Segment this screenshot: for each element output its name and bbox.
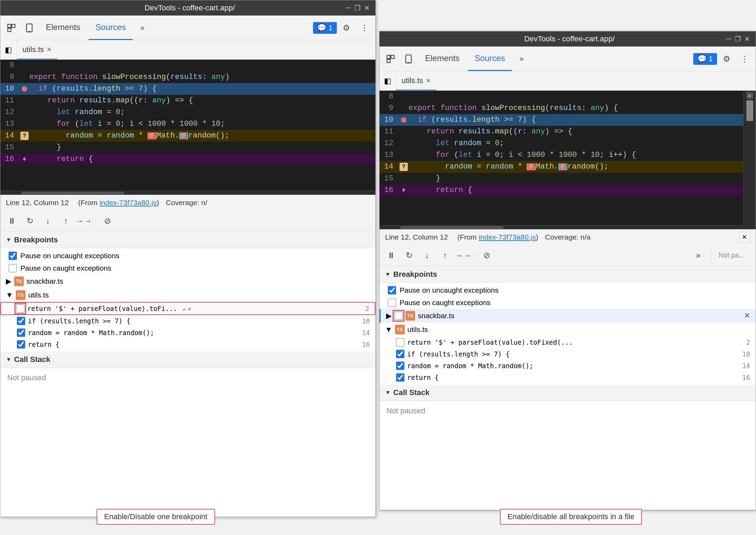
inspect-icon-2[interactable] [382, 51, 399, 67]
sidebar-toggle-2[interactable]: ◧ [380, 71, 396, 90]
cursor-position-1: Line 12, Column 12 [6, 199, 69, 207]
snackbar-close-btn-2[interactable]: ✕ [744, 311, 750, 320]
file-tab-close-2[interactable]: ✕ [426, 77, 431, 84]
more-debug-2[interactable]: » [691, 248, 706, 263]
bp-return-checkbox-1[interactable] [16, 304, 24, 313]
more-tabs-2[interactable]: » [513, 51, 530, 67]
pause-caught-checkbox-1[interactable] [9, 264, 17, 272]
svg-rect-3 [27, 24, 32, 32]
code-line-12b: 12 let random = 0; [380, 138, 756, 149]
stepinto-btn-2[interactable]: ↓ [420, 248, 435, 263]
utils-name-1: utils.ts [28, 291, 49, 299]
bp-line-if-1[interactable]: if (results.length >= 7) { 10 [0, 315, 375, 327]
more-icon-2[interactable]: ⋮ [736, 51, 753, 67]
stepover-btn-1[interactable]: ↻ [22, 213, 38, 229]
debug-sep-2 [475, 250, 475, 261]
close-btn-1[interactable]: ✕ [364, 4, 370, 12]
code-scrollbar-2[interactable] [380, 225, 756, 229]
deactivate-btn-1[interactable]: ⊘ [100, 213, 115, 229]
device-icon-2[interactable] [400, 51, 417, 67]
bp-line-return-dollar-2[interactable]: return '$' + parseFloat(value).toFixed(.… [380, 336, 756, 348]
close-source-btn[interactable]: ✕ [739, 232, 750, 243]
bp-if-checkbox-1[interactable] [17, 317, 25, 325]
pause-uncaught-checkbox-2[interactable] [388, 286, 396, 294]
bp-if-num-1: 10 [362, 317, 370, 325]
snackbar-name-1: snackbar.ts [27, 277, 63, 285]
continue-btn-1[interactable]: →→ [76, 213, 91, 229]
bp-line-return-dollar-1[interactable]: return '$' + parseFloat(value).toFi... ✏… [0, 302, 375, 315]
minimize-btn-2[interactable]: ─ [726, 35, 731, 43]
tooltip-left-text: Enable/Disable one breakpoint [104, 512, 208, 521]
bp-line-random-1[interactable]: random = random * Math.random(); 14 [0, 327, 375, 339]
code-area-2[interactable]: 8 9 export function slowProcessing(resul… [380, 91, 756, 225]
file-tab-name-2: utils.ts [402, 76, 423, 85]
chat-badge-1[interactable]: 💬 1 [313, 22, 337, 34]
sidebar-toggle-1[interactable]: ◧ [0, 40, 17, 59]
bp-file-snackbar-2[interactable]: ▶ TS snackbar.ts ✕ [380, 309, 756, 323]
bp-return-checkbox-2[interactable] [396, 338, 404, 346]
tab-sources-1[interactable]: Sources [89, 16, 133, 40]
file-tab-utils-1[interactable]: utils.ts ✕ [17, 40, 57, 59]
edit-icon-1[interactable]: ✏ [183, 305, 187, 312]
bp-line-return-1[interactable]: return { 16 [0, 339, 375, 350]
settings-icon-2[interactable]: ⚙ [718, 51, 735, 67]
bp-file-utils-1[interactable]: ▼ TS utils.ts [0, 288, 375, 302]
bp-random-checkbox-2[interactable] [396, 362, 404, 370]
bp-if-num-2: 10 [742, 350, 750, 358]
tab-sources-2[interactable]: Sources [468, 47, 512, 71]
debug-toolbar-1: ⏸ ↻ ↓ ↑ →→ ⊘ [0, 210, 375, 232]
breakpoints-header-2[interactable]: ▼ Breakpoints [380, 266, 756, 283]
pause-btn-2[interactable]: ⏸ [384, 248, 399, 263]
tab-elements-1[interactable]: Elements [39, 16, 87, 40]
breakpoints-header-1[interactable]: ▼ Breakpoints [0, 232, 375, 248]
source-link-2[interactable]: index-73f73a80.js [479, 233, 536, 241]
settings-icon-1[interactable]: ⚙ [338, 20, 355, 36]
bp-random-checkbox-1[interactable] [17, 329, 25, 337]
more-tabs-1[interactable]: » [134, 20, 151, 36]
bp-if-checkbox-2[interactable] [396, 350, 404, 358]
pause-caught-checkbox-2[interactable] [388, 299, 396, 307]
code-line-16: 16 ♦ return { [0, 153, 375, 165]
restore-btn-2[interactable]: ❐ [735, 35, 741, 43]
inspect-icon-1[interactable] [3, 20, 20, 36]
device-icon-1[interactable] [21, 20, 38, 36]
snackbar-group-checkbox-2[interactable] [394, 312, 403, 320]
bp-file-snackbar-1[interactable]: ▶ TS snackbar.ts [0, 274, 375, 288]
restore-btn-1[interactable]: ❐ [354, 4, 361, 12]
tab-elements-2[interactable]: Elements [418, 47, 466, 71]
tooltip-right: Enable/disable all breakpoints in a file [500, 509, 642, 525]
stepinto-btn-1[interactable]: ↓ [40, 213, 56, 229]
file-tab-utils-2[interactable]: utils.ts ✕ [396, 71, 436, 90]
minimize-btn-1[interactable]: ─ [346, 4, 351, 12]
more-icon-1[interactable]: ⋮ [356, 20, 373, 36]
callstack-header-2[interactable]: ▼ Call Stack [380, 385, 756, 401]
bottom-panel-2: ▼ Breakpoints Pause on uncaught exceptio… [380, 266, 756, 510]
file-tab-close-1[interactable]: ✕ [47, 46, 52, 53]
continue-btn-2[interactable]: →→ [455, 248, 471, 263]
snackbar-name-2: snackbar.ts [418, 312, 454, 320]
status-bar-2: Line 12, Column 12 (From index-73f73a80.… [380, 229, 756, 244]
pause-uncaught-label-2: Pause on uncaught exceptions [400, 286, 498, 294]
stepout-btn-1[interactable]: ↑ [58, 213, 73, 229]
stepout-btn-2[interactable]: ↑ [437, 248, 453, 263]
callstack-header-1[interactable]: ▼ Call Stack [0, 352, 375, 368]
deactivate-btn-2[interactable]: ⊘ [479, 248, 494, 263]
code-area-1[interactable]: 8 9 export function slowProcessing(resul… [0, 60, 375, 191]
code-scrollbar-1[interactable] [0, 191, 375, 195]
bp-line-return-2[interactable]: return { 16 [380, 372, 756, 383]
source-link-1[interactable]: index-73f73a80.js [100, 199, 157, 206]
bp-line-random-2[interactable]: random = random * Math.random(); 14 [380, 360, 756, 372]
chat-badge-2[interactable]: 💬 1 [693, 53, 717, 65]
bp-line-if-2[interactable]: if (results.length >= 7) { 10 [380, 348, 756, 360]
snackbar-chevron-1: ▶ [6, 277, 11, 285]
remove-icon-1[interactable]: ✕ [188, 305, 192, 312]
bp-file-utils-2[interactable]: ▼ TS utils.ts [380, 323, 756, 336]
callstack-title-2: Call Stack [393, 388, 430, 397]
bp-return2-checkbox-1[interactable] [17, 340, 25, 349]
stepover-btn-2[interactable]: ↻ [402, 248, 417, 263]
snackbar-chevron-2: ▶ [386, 312, 392, 320]
pause-btn-1[interactable]: ⏸ [4, 213, 20, 229]
pause-uncaught-checkbox-1[interactable] [9, 252, 17, 260]
bp-return2-checkbox-2[interactable] [396, 373, 404, 382]
close-btn-2[interactable]: ✕ [744, 35, 750, 43]
